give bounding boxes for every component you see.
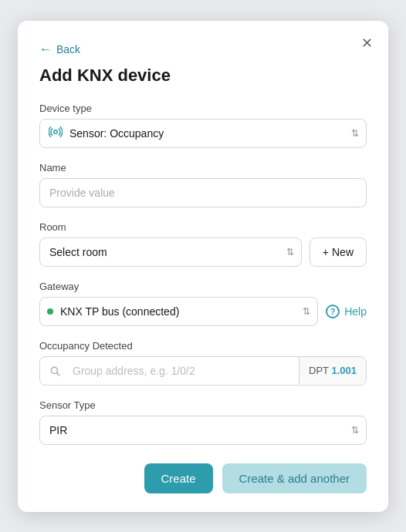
gateway-select-wrapper: KNX TP bus (connected) ⇅	[39, 297, 318, 326]
create-button[interactable]: Create	[144, 463, 213, 493]
device-type-label: Device type	[39, 103, 367, 114]
dpt-value: 1.001	[331, 365, 357, 376]
device-type-field: Device type Sensor: Occupancy ⇅	[39, 103, 367, 148]
modal-overlay: ✕ ← Back Add KNX device Device type	[0, 0, 406, 532]
device-type-wrapper: Sensor: Occupancy ⇅	[39, 119, 367, 148]
new-room-button[interactable]: + New	[310, 237, 367, 267]
room-label: Room	[39, 221, 367, 233]
sensor-type-label: Sensor Type	[39, 399, 367, 411]
svg-line-2	[57, 372, 59, 375]
occupancy-detected-field: Occupancy Detected DPT 1.001	[39, 340, 367, 386]
help-label: Help	[344, 305, 367, 318]
dpt-prefix: DPT	[309, 365, 329, 376]
gateway-row: KNX TP bus (connected) ⇅ ? Help	[39, 297, 367, 326]
sensor-type-field: Sensor Type PIR ⇅	[39, 399, 367, 445]
occupancy-input-row: DPT 1.001	[39, 356, 367, 386]
help-button[interactable]: ? Help	[326, 305, 367, 318]
back-label: Back	[56, 43, 80, 56]
device-type-select[interactable]: Sensor: Occupancy	[39, 119, 367, 148]
create-add-another-button[interactable]: Create & add another	[222, 463, 367, 493]
room-select-wrapper: Select room ⇅	[39, 237, 302, 267]
back-arrow-icon: ←	[39, 42, 52, 56]
gateway-label: Gateway	[39, 281, 367, 292]
sensor-type-select[interactable]: PIR	[39, 416, 367, 445]
back-button[interactable]: ← Back	[39, 42, 80, 56]
search-icon-wrap	[40, 358, 66, 384]
help-circle-icon: ?	[326, 305, 340, 318]
close-button[interactable]: ✕	[358, 33, 376, 53]
name-label: Name	[39, 162, 367, 173]
name-input[interactable]	[39, 178, 367, 207]
footer-buttons: Create Create & add another	[39, 463, 367, 493]
sensor-type-wrapper: PIR ⇅	[39, 416, 367, 445]
room-select[interactable]: Select room	[39, 237, 302, 267]
gateway-field: Gateway KNX TP bus (connected) ⇅ ? Help	[39, 281, 367, 326]
new-room-label: New	[332, 246, 354, 258]
modal-container: ✕ ← Back Add KNX device Device type	[18, 21, 388, 512]
group-address-input[interactable]	[66, 357, 299, 385]
page-title: Add KNX device	[39, 66, 367, 86]
name-field: Name	[39, 162, 367, 207]
gateway-select[interactable]: KNX TP bus (connected)	[39, 297, 318, 326]
occupancy-detected-label: Occupancy Detected	[39, 340, 367, 352]
plus-icon: +	[323, 246, 329, 258]
room-field: Room Select room ⇅ + New	[39, 221, 367, 267]
dpt-badge: DPT 1.001	[299, 357, 366, 384]
search-icon	[49, 365, 60, 376]
room-row: Select room ⇅ + New	[39, 237, 367, 267]
